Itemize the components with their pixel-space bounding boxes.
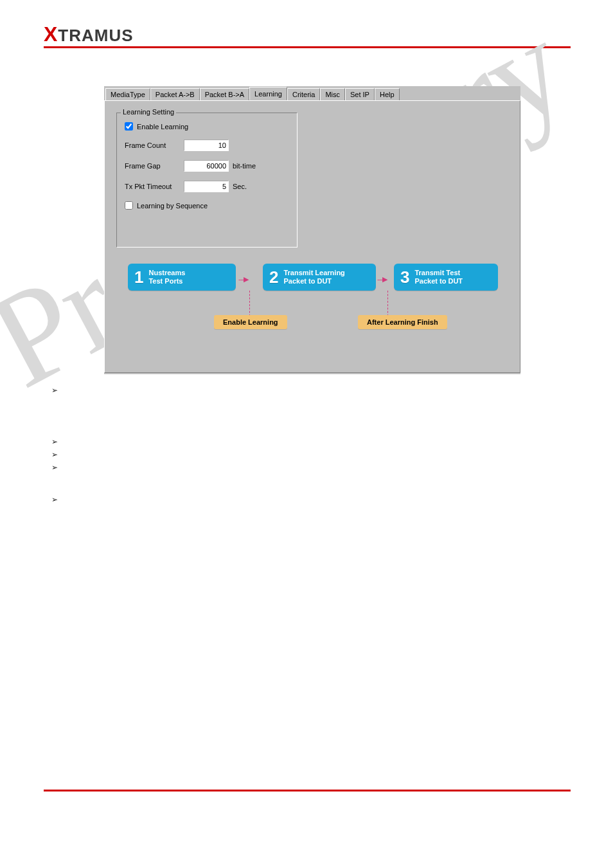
brand-rest: TRAMUS — [58, 26, 133, 45]
bullet-4: ➢ — [51, 463, 58, 472]
frame-count-row: Frame Count — [125, 140, 289, 151]
config-panel: MediaType Packet A->B Packet B->A Learni… — [104, 86, 520, 374]
step2-line1: Transmit Learning — [283, 269, 344, 276]
frame-gap-input[interactable] — [184, 160, 229, 172]
tab-content: Learning Setting Enable Learning Frame C… — [104, 100, 520, 373]
learning-by-sequence-checkbox[interactable] — [125, 201, 133, 210]
flow-arrow-2: ---▶ — [377, 275, 387, 284]
group-title: Learning Setting — [121, 108, 176, 116]
flow-arrow-1: ---▶ — [238, 275, 248, 284]
tab-packet-ba[interactable]: Packet B->A — [200, 88, 249, 101]
step3-number: 3 — [400, 267, 409, 287]
enable-learning-checkbox[interactable] — [125, 122, 133, 131]
flow-dash-2 — [387, 291, 388, 316]
step2-line2: Packet to DUT — [283, 277, 332, 285]
timeout-label: Tx Pkt Timeout — [125, 183, 184, 190]
tab-setip[interactable]: Set IP — [345, 88, 375, 101]
step1-line1: Nustreams — [148, 269, 185, 276]
learning-by-sequence-label: Learning by Sequence — [137, 202, 208, 210]
tab-misc[interactable]: Misc — [320, 88, 345, 101]
frame-count-input[interactable] — [184, 140, 229, 151]
step1-number: 1 — [134, 267, 143, 287]
bullet-list: ➢ ➢ ➢ ➢ ➢ — [51, 386, 58, 508]
learning-by-sequence-row: Learning by Sequence — [125, 201, 289, 210]
bullet-1: ➢ — [51, 386, 58, 395]
frame-gap-row: Frame Gap bit-time — [125, 160, 289, 172]
header-divider — [44, 46, 571, 48]
frame-count-label: Frame Count — [125, 141, 184, 149]
enable-learning-row: Enable Learning — [125, 122, 289, 131]
flow-label-enable: Enable Learning — [214, 315, 287, 329]
flow-step-3: 3 Transmit Test Packet to DUT — [394, 264, 498, 291]
step1-text: Nustreams Test Ports — [148, 269, 185, 285]
step2-text: Transmit Learning Packet to DUT — [283, 269, 344, 285]
step1-line2: Test Ports — [148, 277, 182, 285]
tab-bar: MediaType Packet A->B Packet B->A Learni… — [104, 86, 520, 100]
step3-text: Transmit Test Packet to DUT — [414, 269, 463, 285]
flow-label-after: After Learning Finish — [358, 315, 447, 329]
tab-criteria[interactable]: Criteria — [287, 88, 320, 101]
brand-x: X — [44, 23, 58, 46]
step2-number: 2 — [269, 267, 278, 287]
flow-dash-1 — [249, 291, 250, 316]
tab-help[interactable]: Help — [375, 88, 400, 101]
bullet-2: ➢ — [51, 437, 58, 446]
step3-line1: Transmit Test — [414, 269, 460, 276]
tab-learning[interactable]: Learning — [249, 87, 287, 100]
frame-gap-label: Frame Gap — [125, 162, 184, 170]
tab-packet-ab[interactable]: Packet A->B — [150, 88, 200, 101]
bullet-3: ➢ — [51, 450, 58, 459]
timeout-unit: Sec. — [233, 183, 247, 190]
learning-setting-group: Learning Setting Enable Learning Frame C… — [116, 113, 298, 248]
timeout-input[interactable] — [184, 181, 229, 192]
frame-gap-unit: bit-time — [233, 162, 256, 170]
brand-logo: XTRAMUS — [44, 23, 134, 46]
tab-mediatype[interactable]: MediaType — [105, 88, 150, 101]
footer-divider — [44, 790, 571, 791]
flow-step-1: 1 Nustreams Test Ports — [128, 264, 236, 291]
flow-step-2: 2 Transmit Learning Packet to DUT — [263, 264, 376, 291]
timeout-row: Tx Pkt Timeout Sec. — [125, 181, 289, 192]
step3-line2: Packet to DUT — [414, 277, 463, 285]
bullet-5: ➢ — [51, 495, 58, 504]
enable-learning-label: Enable Learning — [137, 123, 188, 131]
flow-diagram: 1 Nustreams Test Ports ---▶ 2 Transmit L… — [118, 258, 508, 336]
